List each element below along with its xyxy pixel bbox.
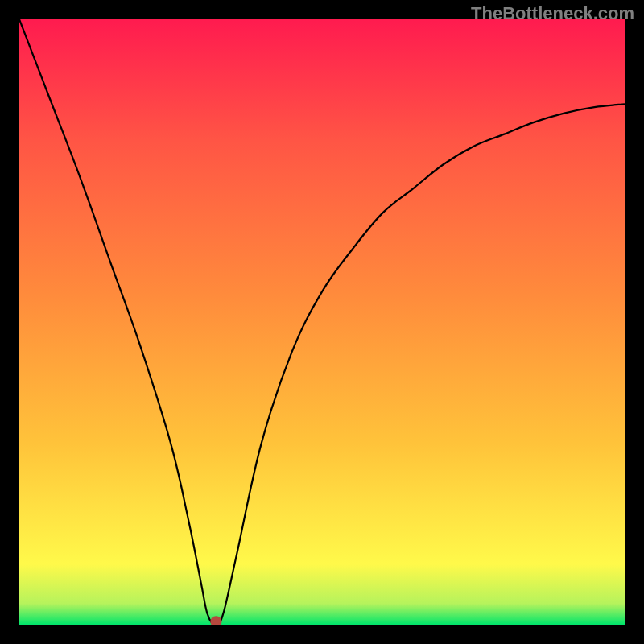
watermark-text: TheBottleneck.com [471,3,634,24]
plot-svg [19,19,625,625]
chart-frame: TheBottleneck.com [0,0,644,644]
gradient-background [19,19,625,625]
plot-area [19,19,625,625]
